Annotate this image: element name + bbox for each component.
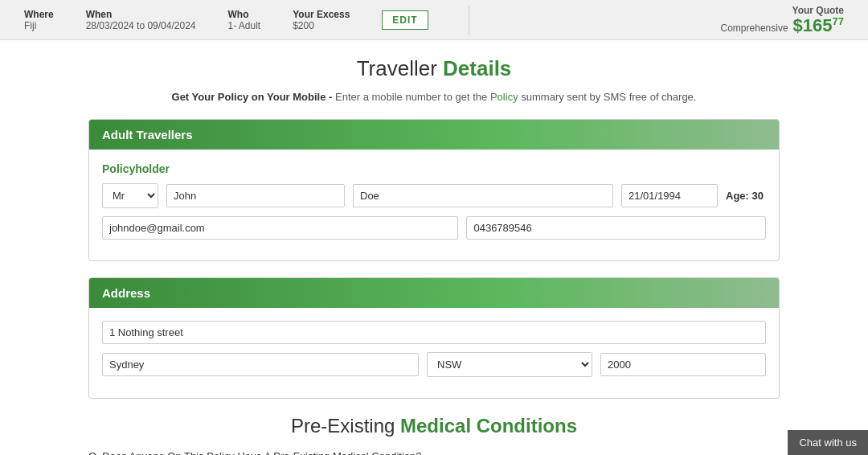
when-item: When 28/03/2024 to 09/04/2024 [86,9,196,31]
lastname-input[interactable] [353,184,613,207]
where-label: Where [24,9,54,20]
sms-policy-link[interactable]: Policy [490,91,518,103]
address-header: Address [89,278,779,308]
price-row: Comprehensive $16577 [721,16,844,35]
email-input[interactable] [102,216,458,240]
who-item: Who 1- Adult [227,9,260,31]
excess-value: $200 [293,20,350,31]
edit-button[interactable]: EDIT [382,10,428,30]
address-row-2: NSW VIC QLD SA WA TAS NT ACT [102,352,766,377]
age-display: Age: 30 [726,190,766,202]
quote-label: Your Quote [792,5,844,16]
sms-bold: Get Your Policy on Your Mobile - [172,91,333,103]
address-card: Address NSW VIC QLD SA WA TAS NT ACT [88,277,780,399]
quote-price: $16577 [793,16,844,35]
policyholder-label: Policyholder [102,162,766,175]
where-value: Fiji [24,20,54,31]
phone-input[interactable] [466,216,766,240]
postcode-input[interactable] [600,353,766,376]
price-cents: 77 [833,15,844,27]
traveller-row-2 [102,216,766,240]
pre-existing-part2: Medical Conditions [400,415,577,437]
address-title: Address [102,286,150,300]
page-title-part1: Traveller [357,56,443,80]
chat-widget[interactable]: Chat with us [788,430,868,455]
quote-group: Your Quote Comprehensive $16577 [721,5,844,35]
divider [469,6,469,35]
pre-existing-part1: Pre-Existing [291,415,400,437]
dob-input[interactable] [621,184,718,207]
quote-type: Comprehensive [721,23,788,34]
sms-notice: Get Your Policy on Your Mobile - Enter a… [88,91,780,103]
address-row-1 [102,321,766,344]
sms-text1: Enter a mobile number to get the [335,91,490,103]
firstname-input[interactable] [166,184,345,207]
traveller-row-1: Mr Mrs Ms Dr Age: 30 [102,183,766,208]
where-item: Where Fiji [24,9,54,31]
page-title: Traveller Details [88,56,780,81]
top-bar-group: Where Fiji When 28/03/2024 to 09/04/2024… [24,9,428,31]
main-content: Traveller Details Get Your Policy on You… [72,40,796,455]
excess-item: Your Excess $200 [293,9,350,31]
excess-label: Your Excess [293,9,350,20]
top-bar: Where Fiji When 28/03/2024 to 09/04/2024… [0,0,868,40]
sms-text2: summary sent by SMS free of charge. [521,91,696,103]
when-label: When [86,9,196,20]
pre-existing-question: Q. Does Anyone On This Policy Have A Pre… [88,450,780,455]
who-label: Who [227,9,260,20]
street-input[interactable] [102,321,766,344]
adult-travellers-card: Adult Travellers Policyholder Mr Mrs Ms … [88,119,780,261]
page-title-part2: Details [443,56,511,80]
state-select[interactable]: NSW VIC QLD SA WA TAS NT ACT [427,352,592,377]
chat-label: Chat with us [799,437,857,449]
title-select[interactable]: Mr Mrs Ms Dr [102,183,158,208]
adult-travellers-title: Adult Travellers [102,128,193,141]
adult-travellers-body: Policyholder Mr Mrs Ms Dr Age: 30 [89,150,779,260]
who-value: 1- Adult [227,20,260,31]
city-input[interactable] [102,353,419,376]
when-value: 28/03/2024 to 09/04/2024 [86,20,196,31]
pre-existing-title: Pre-Existing Medical Conditions [88,415,780,437]
adult-travellers-header: Adult Travellers [89,120,779,150]
price-main: $165 [793,15,833,35]
address-body: NSW VIC QLD SA WA TAS NT ACT [89,308,779,398]
